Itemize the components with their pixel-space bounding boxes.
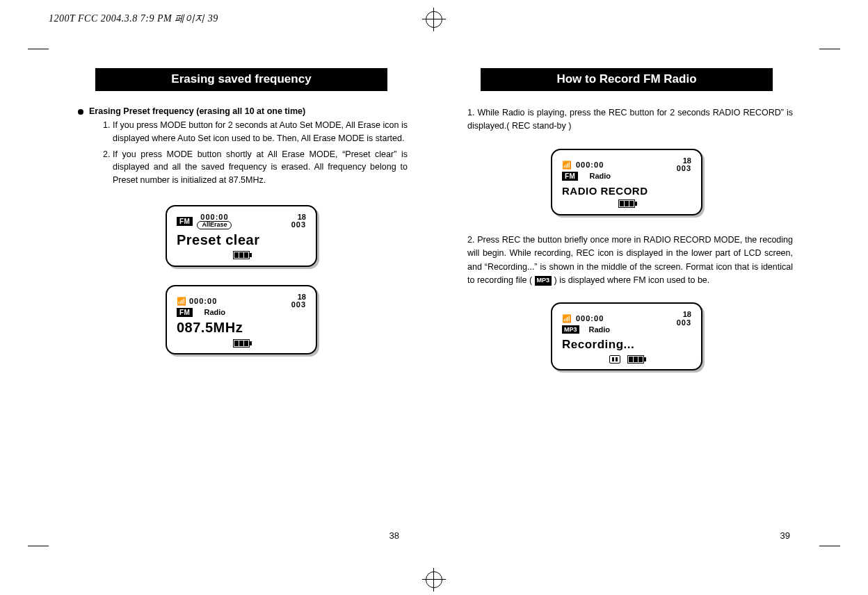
signal-icon: 📶	[562, 161, 572, 169]
bullet-heading: Erasing Preset frequency (erasing all 10…	[89, 106, 408, 116]
bullet-item: Erasing Preset frequency (erasing all 10…	[78, 106, 408, 190]
lcd-main-text: Recording...	[562, 338, 691, 352]
lcd-main-text: Preset clear	[177, 232, 306, 248]
signal-icon: 📶	[562, 315, 572, 323]
lcd-main-text: 087.5MHz	[177, 320, 306, 336]
fm-badge: FM	[177, 217, 193, 226]
lcd-sub: Radio	[589, 172, 611, 180]
lcd-sub: Radio	[589, 325, 611, 334]
step-text: 2. Press REC the button briefly once mor…	[467, 234, 793, 288]
lcd-count-b: 003	[291, 221, 306, 229]
step-text: 1. While Radio is playing, press the REC…	[467, 106, 793, 133]
lcd-count-b: 003	[291, 301, 306, 309]
crop-tick	[28, 546, 49, 546]
lcd-preset-clear: FM 000:00 AllErase 18 003 Preset clear	[166, 205, 317, 267]
lcd-recording: 📶 000:00 18 003 MP3 Radio Recording...	[551, 302, 702, 370]
lcd-time: 000:00	[200, 213, 228, 222]
step-list: If you press MODE button for 2 seconds a…	[89, 119, 408, 187]
step-text: If you press MODE button for 2 seconds a…	[113, 119, 408, 145]
print-job-header: 1200T FCC 2004.3.8 7:9 PM 페이지 39	[49, 13, 218, 25]
crop-tick	[819, 49, 840, 49]
crop-tick	[28, 49, 49, 49]
section-title-record: How to Record FM Radio	[481, 68, 773, 91]
bullet-icon	[78, 109, 83, 115]
mp3-badge-inline: MP3	[535, 276, 552, 286]
step-block: 1. While Radio is playing, press the REC…	[467, 106, 793, 133]
lcd-sub: Radio	[204, 308, 225, 316]
fm-badge: FM	[562, 172, 578, 181]
battery-icon	[233, 339, 250, 348]
page-39: How to Record FM Radio 1. While Radio is…	[434, 49, 819, 546]
battery-icon	[233, 251, 250, 259]
mp3-badge: MP3	[562, 325, 579, 334]
battery-icon	[618, 199, 635, 208]
page-spread: Erasing saved frequency Erasing Preset f…	[49, 49, 819, 546]
step-text: If you press MODE button shortly at All …	[113, 148, 408, 187]
lcd-time: 000:00	[576, 315, 604, 323]
step-block: 2. Press REC the button briefly once mor…	[467, 234, 793, 288]
all-erase-badge: AllErase	[197, 221, 232, 229]
registration-mark-icon	[426, 11, 442, 28]
lcd-time: 000:00	[189, 298, 217, 306]
crop-tick	[819, 546, 840, 546]
registration-mark-icon	[426, 571, 442, 588]
page-number: 38	[389, 530, 399, 541]
lcd-time: 000:00	[576, 161, 604, 170]
lcd-count-b: 003	[677, 319, 691, 327]
section-title-erasing: Erasing saved frequency	[95, 68, 388, 91]
battery-icon	[627, 355, 644, 364]
lcd-frequency: 📶 000:00 18 003 FM Radio 087.5MHz	[166, 285, 317, 354]
lcd-count-b: 003	[677, 165, 691, 173]
rec-icon	[609, 355, 620, 364]
lcd-radio-record: 📶 000:00 18 003 FM Radio RADIO RECORD	[551, 149, 702, 215]
page-number: 39	[780, 530, 790, 541]
lcd-main-text: RADIO RECORD	[562, 185, 691, 197]
page-38: Erasing saved frequency Erasing Preset f…	[49, 49, 434, 546]
signal-icon: 📶	[177, 298, 186, 305]
fm-badge: FM	[177, 308, 193, 317]
